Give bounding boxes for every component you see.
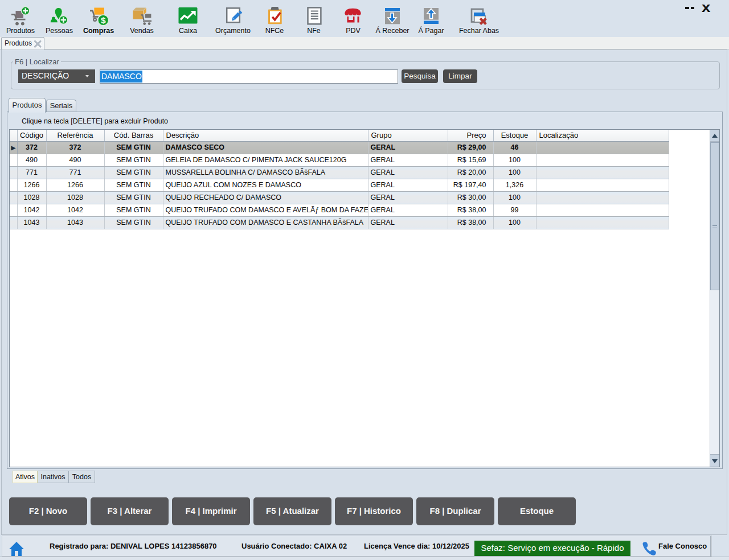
svg-text:$: $ [101,15,106,25]
